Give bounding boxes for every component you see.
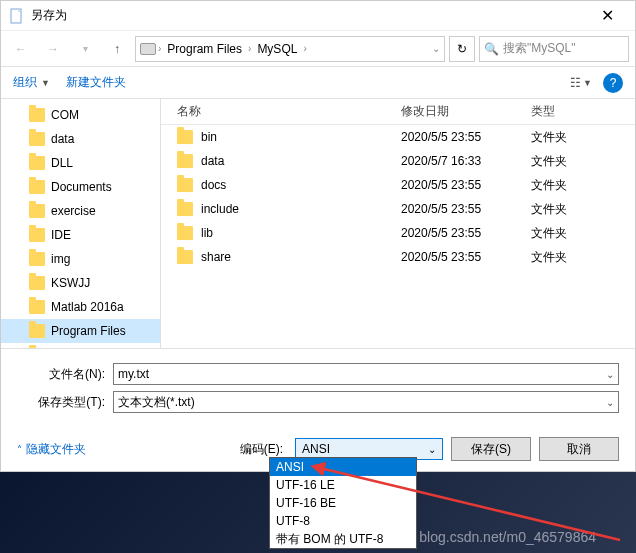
search-input[interactable]: 🔍 搜索"MySQL" — [479, 36, 629, 62]
file-date: 2020/5/5 23:55 — [401, 202, 531, 216]
tree-item[interactable]: KSWJJ — [1, 271, 160, 295]
tree-item-label: IDE — [51, 228, 71, 242]
file-date: 2020/5/7 16:33 — [401, 154, 531, 168]
folder-icon — [29, 300, 45, 314]
filetype-label: 保存类型(T): — [17, 394, 113, 411]
organize-chevron-icon[interactable]: ▼ — [41, 78, 50, 88]
file-date: 2020/5/5 23:55 — [401, 250, 531, 264]
tree-item[interactable]: Matlab 2016a — [1, 295, 160, 319]
folder-tree[interactable]: COMdataDLLDocumentsexerciseIDEimgKSWJJMa… — [1, 99, 161, 348]
file-name: lib — [201, 226, 213, 240]
file-type: 文件夹 — [531, 153, 635, 170]
breadcrumb-seg[interactable]: MySQL — [253, 42, 301, 56]
file-name: include — [201, 202, 239, 216]
folder-icon — [29, 204, 45, 218]
organize-button[interactable]: 组织 — [13, 74, 37, 91]
file-name: data — [201, 154, 224, 168]
breadcrumb[interactable]: › Program Files › MySQL › ⌄ — [135, 36, 445, 62]
folder-icon — [29, 276, 45, 290]
view-button[interactable]: ☷ ▼ — [567, 71, 595, 95]
file-row[interactable]: include2020/5/5 23:55文件夹 — [161, 197, 635, 221]
file-row[interactable]: docs2020/5/5 23:55文件夹 — [161, 173, 635, 197]
tree-item-label: img — [51, 252, 70, 266]
tree-item[interactable]: Documents — [1, 175, 160, 199]
file-type: 文件夹 — [531, 177, 635, 194]
help-button[interactable]: ? — [603, 73, 623, 93]
chevron-up-icon: ˄ — [17, 444, 22, 455]
encoding-option[interactable]: UTF-8 — [270, 512, 416, 530]
folder-icon — [177, 130, 193, 144]
tree-item[interactable]: DLL — [1, 151, 160, 175]
new-folder-button[interactable]: 新建文件夹 — [66, 74, 126, 91]
folder-icon — [29, 108, 45, 122]
folder-icon — [29, 132, 45, 146]
file-date: 2020/5/5 23:55 — [401, 130, 531, 144]
chevron-right-icon: › — [303, 43, 306, 54]
file-date: 2020/5/5 23:55 — [401, 178, 531, 192]
app-icon — [9, 8, 25, 24]
encoding-option[interactable]: ANSI — [270, 458, 416, 476]
watermark: blog.csdn.net/m0_46579864 — [419, 529, 596, 545]
folder-icon — [177, 250, 193, 264]
close-button[interactable]: ✕ — [587, 6, 627, 25]
cancel-button[interactable]: 取消 — [539, 437, 619, 461]
file-name: bin — [201, 130, 217, 144]
window-title: 另存为 — [31, 7, 587, 24]
file-date: 2020/5/5 23:55 — [401, 226, 531, 240]
encoding-label: 编码(E): — [240, 441, 283, 458]
tree-item[interactable]: IDE — [1, 223, 160, 247]
filetype-select[interactable]: 文本文档(*.txt) ⌄ — [113, 391, 619, 413]
file-row[interactable]: lib2020/5/5 23:55文件夹 — [161, 221, 635, 245]
tree-item-label: Matlab 2016a — [51, 300, 124, 314]
folder-icon — [177, 226, 193, 240]
file-row[interactable]: share2020/5/5 23:55文件夹 — [161, 245, 635, 269]
file-row[interactable]: data2020/5/7 16:33文件夹 — [161, 149, 635, 173]
encoding-option[interactable]: UTF-16 LE — [270, 476, 416, 494]
file-list[interactable]: bin2020/5/5 23:55文件夹data2020/5/7 16:33文件… — [161, 125, 635, 348]
tree-item-label: DLL — [51, 156, 73, 170]
forward-button[interactable]: → — [39, 35, 67, 63]
chevron-right-icon: › — [248, 43, 251, 54]
save-button[interactable]: 保存(S) — [451, 437, 531, 461]
tree-item[interactable]: img — [1, 247, 160, 271]
file-type: 文件夹 — [531, 225, 635, 242]
file-row[interactable]: bin2020/5/5 23:55文件夹 — [161, 125, 635, 149]
encoding-option[interactable]: UTF-16 BE — [270, 494, 416, 512]
encoding-option[interactable]: 带有 BOM 的 UTF-8 — [270, 530, 416, 548]
column-name[interactable]: 名称 — [161, 103, 401, 120]
filename-input[interactable]: my.txt ⌄ — [113, 363, 619, 385]
breadcrumb-seg[interactable]: Program Files — [163, 42, 246, 56]
back-button[interactable]: ← — [7, 35, 35, 63]
folder-icon — [177, 154, 193, 168]
filename-label: 文件名(N): — [17, 366, 113, 383]
tree-item[interactable]: exercise — [1, 199, 160, 223]
column-type[interactable]: 类型 — [531, 103, 635, 120]
search-placeholder: 搜索"MySQL" — [503, 40, 576, 57]
hide-folders-toggle[interactable]: ˄ 隐藏文件夹 — [17, 441, 86, 458]
history-chevron-icon[interactable]: ⌄ — [432, 43, 440, 54]
encoding-dropdown[interactable]: ANSIUTF-16 LEUTF-16 BEUTF-8带有 BOM 的 UTF-… — [269, 457, 417, 549]
tree-item[interactable]: COM — [1, 103, 160, 127]
folder-icon — [29, 180, 45, 194]
chevron-down-icon[interactable]: ⌄ — [606, 397, 614, 408]
tree-item-label: KSWJJ — [51, 276, 90, 290]
recent-chevron[interactable]: ▾ — [71, 35, 99, 63]
tree-item-label: COM — [51, 108, 79, 122]
refresh-button[interactable]: ↻ — [449, 36, 475, 62]
up-button[interactable]: ↑ — [103, 35, 131, 63]
column-date[interactable]: 修改日期 — [401, 103, 531, 120]
chevron-down-icon[interactable]: ⌄ — [606, 369, 614, 380]
folder-icon — [177, 202, 193, 216]
folder-icon — [29, 228, 45, 242]
folder-icon — [29, 324, 45, 338]
folder-icon — [29, 156, 45, 170]
tree-item[interactable]: data — [1, 127, 160, 151]
file-name: share — [201, 250, 231, 264]
tree-item-label: Program Files — [51, 324, 126, 338]
file-type: 文件夹 — [531, 201, 635, 218]
tree-item-label: Documents — [51, 180, 112, 194]
tree-item[interactable]: Program Files — [1, 319, 160, 343]
chevron-down-icon: ⌄ — [428, 444, 436, 455]
chevron-right-icon: › — [158, 43, 161, 54]
folder-icon — [177, 178, 193, 192]
